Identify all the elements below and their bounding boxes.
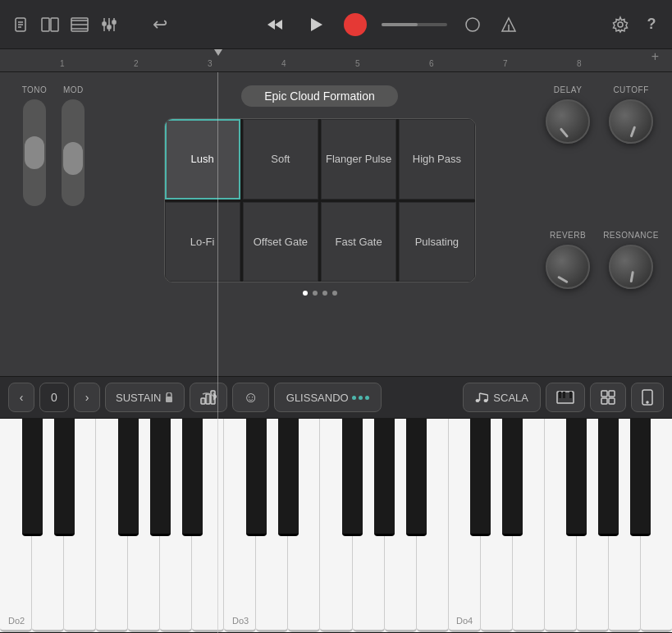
resonance-label: RESONANCE [603,231,659,240]
timeline-marker-1: 1 [60,59,65,68]
metronome-icon[interactable] [462,14,483,35]
grid-view-button[interactable] [590,383,626,412]
sustain-button[interactable]: SUSTAIN [105,383,185,412]
black-key-4[interactable] [182,419,203,536]
scala-label: SCALA [493,392,528,404]
sustain-label: SUSTAIN [116,392,161,404]
toolbar-right: ? [610,14,662,35]
black-key-9[interactable] [406,419,427,536]
glissando-button[interactable]: GLISSANDO [274,383,382,412]
keyboard-wrapper: Do2 Do3 Do4 [0,419,672,632]
svg-rect-15 [112,21,116,24]
svg-rect-38 [609,391,615,397]
svg-rect-37 [601,391,607,397]
layout-tracks-icon[interactable] [39,14,61,35]
delay-knob-group: DELAY [546,85,590,218]
octave-prev-button[interactable]: ‹ [8,383,34,412]
preset-page-dots [303,291,337,296]
keyboard-area: Do2 Do3 Do4 [0,419,672,632]
phone-icon [642,389,653,406]
timeline-plus-button[interactable]: + [651,49,659,64]
timeline[interactable]: 1 2 3 4 5 6 7 8 + [0,49,672,72]
black-key-14[interactable] [630,419,651,536]
timeline-marker-4: 4 [281,59,286,68]
emoji-button[interactable]: ☺ [232,383,268,412]
music-note-pair-icon [475,392,488,403]
preset-cell-lo-fi[interactable]: Lo-Fi [165,202,240,282]
black-key-3[interactable] [150,419,171,536]
rewind-button[interactable] [262,11,288,38]
glissando-dot-1 [352,396,356,400]
preset-cell-high-pass[interactable]: High Pass [399,119,474,200]
svg-marker-17 [275,20,282,30]
mod-slider[interactable] [62,99,85,206]
preset-cell-flanger-pulse[interactable]: Flanger Pulse [321,119,396,200]
tono-slider-group: TONO [22,85,48,206]
mod-slider-group: MOD [62,85,85,206]
cutoff-knob[interactable] [609,99,653,144]
help-icon[interactable]: ? [641,14,662,35]
resonance-knob-group: RESONANCE [603,231,659,363]
preset-cell-lush[interactable]: Lush [165,119,240,200]
delay-knob[interactable] [546,99,590,144]
black-key-1[interactable] [54,419,75,536]
toolbar-center [177,11,603,38]
keyboard-view-button[interactable] [546,383,585,412]
document-icon[interactable] [10,14,31,35]
svg-point-42 [647,401,648,403]
tuner-icon[interactable] [498,14,519,35]
list-view-icon[interactable] [69,14,90,35]
arpeggio-button[interactable] [190,383,227,412]
settings-icon[interactable] [610,14,631,35]
preset-dot-1[interactable] [303,291,308,296]
device-view-button[interactable] [631,383,664,412]
octave-next-button[interactable]: › [74,383,100,412]
sliders-row: TONO MOD [22,85,85,206]
mod-label: MOD [63,85,84,94]
glissando-dot-3 [365,396,369,400]
glissando-dot-2 [359,396,363,400]
resonance-knob[interactable] [609,245,653,289]
preset-dot-2[interactable] [313,291,318,296]
reverb-knob-group: REVERB [546,231,590,363]
black-key-12[interactable] [566,419,587,536]
keyboard-icon [556,391,574,404]
scala-button[interactable]: SCALA [463,383,541,412]
main-area: TONO MOD Epic Cloud Formation Lush Soft … [0,72,672,376]
preset-name-bar[interactable]: Epic Cloud Formation [241,85,398,107]
preset-cell-offset-gate[interactable]: Offset Gate [243,202,318,282]
black-key-7[interactable] [342,419,363,536]
timeline-marker-3: 3 [208,59,213,68]
timeline-marker-8: 8 [577,59,582,68]
cutoff-knob-group: CUTOFF [603,85,659,218]
svg-rect-23 [166,397,172,402]
black-key-10[interactable] [470,419,491,536]
black-key-11[interactable] [502,419,523,536]
tono-slider[interactable] [23,99,46,206]
volume-slider[interactable] [382,23,447,26]
grid-icon [601,390,615,405]
preset-dot-4[interactable] [332,291,337,296]
svg-rect-25 [206,394,210,404]
black-key-0[interactable] [22,419,43,536]
delay-label: DELAY [554,85,583,94]
record-button[interactable] [344,13,367,36]
tono-label: TONO [22,85,48,94]
mixer-icon[interactable] [98,14,120,35]
black-key-6[interactable] [278,419,299,536]
play-button[interactable] [303,11,329,38]
preset-cell-soft[interactable]: Soft [243,119,318,200]
reverb-knob[interactable] [546,245,590,289]
preset-cell-pulsating[interactable]: Pulsating [399,202,474,282]
preset-area: Epic Cloud Formation Lush Soft Flanger P… [107,72,533,376]
black-key-13[interactable] [598,419,619,536]
black-key-5[interactable] [246,419,267,536]
cutoff-label: CUTOFF [613,85,648,94]
svg-marker-18 [311,18,322,31]
preset-cell-fast-gate[interactable]: Fast Gate [321,202,396,282]
black-key-2[interactable] [118,419,139,536]
preset-dot-3[interactable] [322,291,327,296]
undo-icon[interactable]: ↩ [149,14,171,35]
black-key-8[interactable] [374,419,395,536]
timeline-marker-7: 7 [503,59,508,68]
